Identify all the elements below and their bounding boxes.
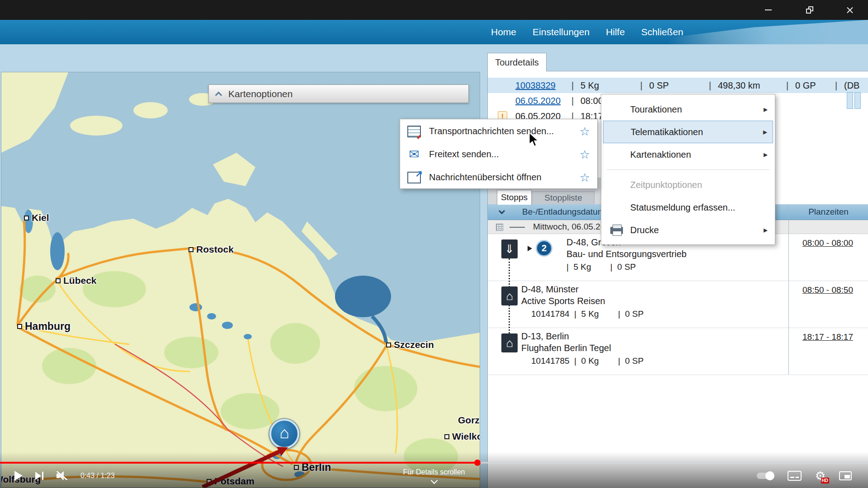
menu-item-freitext[interactable]: ✉ Freitext senden... ☆ <box>400 143 597 166</box>
menu-item-transportnachrichten[interactable]: Transportnachrichten senden... ☆ <box>400 120 597 143</box>
city-marker <box>189 247 193 252</box>
menu-item-zeitpunktoptionen: Zeitpunktoptionen <box>603 174 773 196</box>
favorite-star-icon[interactable]: ☆ <box>580 126 590 137</box>
panel-mini-buttons <box>847 92 861 109</box>
tab-stoppliste[interactable]: Stoppliste <box>532 191 594 205</box>
menu-item-statusmeldung[interactable]: Statusmeldung erfassen... <box>603 196 773 219</box>
city-gorzow: Gorzów <box>458 415 480 426</box>
stop-info: 10141784 | 5 Kg | 0 SP <box>531 309 644 319</box>
stop-info: | 5 Kg | 0 SP <box>566 262 636 272</box>
building-stop-icon: ⌂ <box>501 333 518 352</box>
city-label: Kiel <box>32 212 49 223</box>
restore-icon <box>806 6 814 14</box>
minimize-button[interactable] <box>755 0 781 20</box>
menu-item-label: Freitext senden... <box>429 149 580 160</box>
restore-button[interactable] <box>797 0 823 20</box>
stop-row-2[interactable]: ⌂ D-48, Münster Active Sports Reisen 101… <box>488 281 868 328</box>
menu-item-label: Nachrichtenübersicht öffnen <box>429 172 580 183</box>
map-options-label: Kartenoptionen <box>228 89 292 99</box>
arrow-glyph: ↗ <box>415 168 423 179</box>
menu-item-label: Transportnachrichten senden... <box>429 126 580 136</box>
miniplayer-button[interactable] <box>839 471 852 480</box>
menu-item-label: Drucke <box>630 225 659 235</box>
city-label: Gorzów <box>458 415 480 426</box>
transport-message-icon <box>407 126 421 137</box>
collapse-chevron-icon <box>215 91 222 99</box>
stop-location: D-48, Münster <box>521 284 579 295</box>
building-stop-icon: ⌂ <box>501 286 518 305</box>
menu-item-label: Zeitpunktoptionen <box>630 180 702 190</box>
window-titlebar <box>0 0 868 20</box>
city-marker <box>56 278 61 283</box>
autoplay-toggle[interactable] <box>757 473 774 479</box>
context-actions-menu: Touraktionen ▸ Telematikaktionen ▸ Karte… <box>601 94 775 245</box>
open-overview-icon: ↗ <box>407 172 421 183</box>
stop-plan-time[interactable]: 08:00 - 08:00 <box>802 238 853 248</box>
menu-item-label: Touraktionen <box>630 104 682 115</box>
favorite-star-icon[interactable]: ☆ <box>580 149 590 160</box>
menu-item-nachrichtenuebersicht[interactable]: ↗ Nachrichtenübersicht öffnen ☆ <box>400 166 597 189</box>
separator: | <box>571 80 574 91</box>
minimize-icon <box>765 9 772 10</box>
stop-sequence-badge: 2 <box>536 240 552 257</box>
menu-item-touraktionen[interactable]: Touraktionen ▸ <box>603 98 773 121</box>
menu-item-kartenaktionen[interactable]: Kartenaktionen ▸ <box>603 143 773 166</box>
menu-schliessen[interactable]: Schließen <box>641 27 683 38</box>
separator: | <box>835 80 837 91</box>
video-progress-bar[interactable] <box>0 462 868 464</box>
progress-fill <box>0 462 477 464</box>
vehicle-marker[interactable]: ⌂ <box>269 419 299 449</box>
panel-mini-button-2[interactable] <box>854 92 861 109</box>
tour-id-link[interactable]: 10038329 <box>515 80 556 91</box>
settings-button[interactable]: ⚙ HD <box>815 470 826 482</box>
tour-sp: 0 SP <box>649 80 669 91</box>
tab-label: Tourdetails <box>495 57 539 68</box>
menu-item-telematikaktionen[interactable]: Telematikaktionen ▸ <box>603 121 773 143</box>
progress-scrubber[interactable] <box>474 460 481 466</box>
stop-plan-time[interactable]: 08:50 - 08:50 <box>802 285 853 295</box>
tab-stopps[interactable]: Stopps <box>497 190 532 205</box>
menu-hilfe[interactable]: Hilfe <box>606 27 625 38</box>
player-controls-right: ⚙ HD <box>757 469 852 483</box>
start-time: 08:00 <box>580 96 603 106</box>
planzeiten-header: Planzeiten <box>788 207 868 217</box>
panel-mini-button-1[interactable] <box>847 92 853 109</box>
tab-tourdetails[interactable]: Tourdetails <box>487 53 547 71</box>
menu-einstellungen[interactable]: Einstellungen <box>533 27 590 38</box>
printer-icon <box>610 227 623 234</box>
collapse-chevron-icon <box>499 208 505 214</box>
tour-summary-row[interactable]: 10038329 | 5 Kg | 0 SP | 498,30 km | 0 G… <box>488 78 868 93</box>
map-options-header[interactable]: Kartenoptionen <box>208 84 469 103</box>
favorite-star-icon[interactable]: ☆ <box>580 172 590 183</box>
stop-name: Flughafen Berlin Tegel <box>521 343 611 353</box>
stop-name: Bau- und Entsorgungsvertrieb <box>566 249 687 259</box>
expand-icon[interactable] <box>528 246 532 251</box>
tour-weight: 5 Kg <box>580 80 599 91</box>
city-marker <box>24 216 29 221</box>
close-icon <box>846 6 854 14</box>
start-date-link[interactable]: 06.05.2020 <box>515 96 561 106</box>
app-menubar: Home Einstellungen Hilfe Schließen <box>0 20 868 44</box>
group-header-title: Be-/Entladungsdatum <box>522 207 605 217</box>
city-label: Szczecin <box>394 339 434 350</box>
stop-row-3[interactable]: ⌂ D-13, Berlin Flughafen Berlin Tegel 10… <box>488 328 868 375</box>
tour-gp: 0 GP <box>795 80 816 91</box>
city-kiel: Kiel <box>24 212 49 223</box>
city-luebeck: Lübeck <box>56 275 97 286</box>
envelope-icon: ✉ <box>407 149 421 160</box>
separator: | <box>709 80 711 91</box>
submenu-arrow-icon: ▸ <box>764 104 773 114</box>
submenu-arrow-icon: ▸ <box>764 150 773 160</box>
menu-item-label: Kartenaktionen <box>630 150 691 160</box>
menu-home[interactable]: Home <box>491 27 516 38</box>
scroll-hint[interactable]: Für Details scrollen <box>0 468 868 483</box>
chevron-down-icon <box>430 477 438 484</box>
stop-info: 10141785 | 0 Kg | 0 SP <box>531 356 644 366</box>
city-label: Hamburg <box>25 320 71 333</box>
menu-item-drucke[interactable]: Drucke ▸ <box>603 219 773 241</box>
stop-plan-time[interactable]: 18:17 - 18:17 <box>802 332 853 342</box>
close-button[interactable] <box>836 0 863 20</box>
city-hamburg: Hamburg <box>17 320 71 333</box>
tab-label: Stopps <box>501 192 528 202</box>
captions-button[interactable] <box>788 471 802 481</box>
